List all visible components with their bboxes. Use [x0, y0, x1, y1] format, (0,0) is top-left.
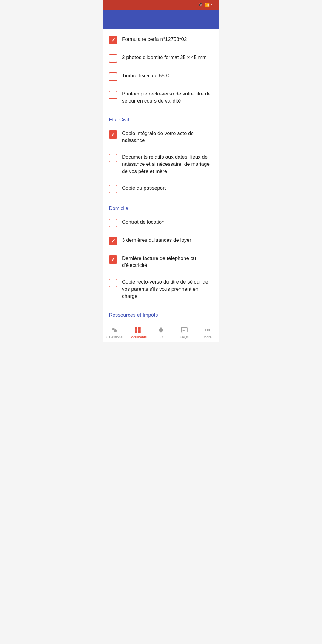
checklist-item-item4[interactable]: Photocopie recto-verso de votre titre de…: [103, 86, 219, 109]
item-label-ec3: Copie du passeport: [122, 185, 213, 192]
checklist-item-dom2[interactable]: ✓3 dernières quittances de loyer: [103, 232, 219, 250]
divider-ressources: [109, 306, 213, 306]
nav-item-faqs[interactable]: FAQs: [173, 323, 196, 342]
bottom-nav: Questions Documents JO FAQs: [103, 323, 219, 342]
more-icon: [204, 326, 211, 334]
section-header-domicile: Domicile: [103, 201, 219, 214]
signal-icon: 📶: [205, 3, 210, 7]
divider-etat-civil: [109, 111, 213, 111]
svg-rect-3: [138, 327, 141, 330]
nav-label-more: More: [203, 335, 211, 339]
item-label-dom3: Dernière facture de téléphone ou d'élect…: [122, 255, 213, 269]
checkbox-item1[interactable]: ✓: [109, 36, 117, 44]
item-label-dom4: Copie recto-verso du titre de séjour de …: [122, 278, 213, 300]
checklist-item-dom1[interactable]: Contrat de location: [103, 214, 219, 232]
item-label-ec2: Documents relatifs aux dates, lieux de n…: [122, 154, 213, 175]
checkbox-dom3[interactable]: ✓: [109, 255, 117, 264]
item-label-dom1: Contrat de location: [122, 219, 213, 226]
nav-item-documents[interactable]: Documents: [126, 323, 149, 342]
item-label-item1: Formulaire cerfa n°12753*02: [122, 36, 213, 43]
checkbox-dom2[interactable]: ✓: [109, 237, 117, 245]
status-bar: 🔇 📶: [103, 0, 219, 10]
nav-item-jo[interactable]: JO: [149, 323, 173, 342]
svg-rect-4: [135, 330, 137, 333]
checkbox-item2[interactable]: [109, 54, 117, 63]
item-label-ec1: Copie intégrale de votre acte de naissan…: [122, 130, 213, 144]
more-options-icon[interactable]: [210, 17, 214, 21]
battery-indicator: [211, 4, 214, 5]
nav-item-more[interactable]: More: [196, 323, 219, 342]
faqs-icon: [180, 326, 188, 334]
checklist-item-item1[interactable]: ✓Formulaire cerfa n°12753*02: [103, 31, 219, 49]
nav-label-jo: JO: [159, 335, 163, 339]
item-label-dom2: 3 dernières quittances de loyer: [122, 237, 213, 244]
item-label-item4: Photocopie recto-verso de votre titre de…: [122, 90, 213, 105]
checkbox-dom4[interactable]: [109, 279, 117, 287]
divider-domicile: [109, 199, 213, 199]
svg-point-1: [114, 329, 117, 332]
item-label-item3: Timbre fiscal de 55 €: [122, 72, 213, 79]
svg-rect-5: [138, 330, 141, 333]
checkbox-ec1[interactable]: ✓: [109, 130, 117, 139]
checklist-item-ec2[interactable]: Documents relatifs aux dates, lieux de n…: [103, 149, 219, 179]
svg-rect-2: [135, 327, 137, 330]
svg-rect-6: [181, 327, 187, 332]
checklist-item-ec3[interactable]: Copie du passeport: [103, 180, 219, 198]
checkbox-ec3[interactable]: [109, 185, 117, 193]
nav-label-documents: Documents: [129, 335, 147, 339]
mute-icon: 🔇: [199, 3, 203, 7]
documents-icon: [134, 326, 142, 334]
checklist-item-item3[interactable]: Timbre fiscal de 55 €: [103, 67, 219, 86]
questions-icon: [111, 326, 118, 334]
checkbox-dom1[interactable]: [109, 219, 117, 227]
checklist-item-ec1[interactable]: ✓Copie intégrale de votre acte de naissa…: [103, 125, 219, 149]
checkbox-ec2[interactable]: [109, 154, 117, 162]
svg-rect-8: [183, 329, 186, 329]
nav-item-questions[interactable]: Questions: [103, 323, 126, 342]
svg-rect-9: [183, 330, 185, 331]
item-label-item2: 2 photos d'identité format 35 x 45 mm: [122, 54, 213, 61]
checklist-item-dom3[interactable]: ✓Dernière facture de téléphone ou d'élec…: [103, 250, 219, 274]
nav-label-faqs: FAQs: [180, 335, 189, 339]
checkbox-item4[interactable]: [109, 91, 117, 99]
checkbox-item3[interactable]: [109, 72, 117, 81]
section-header-ressources: Ressources et Impôts: [103, 307, 219, 321]
checklist-item-dom4[interactable]: Copie recto-verso du titre de séjour de …: [103, 274, 219, 304]
section-header-etat-civil: Etat Civil: [103, 112, 219, 125]
status-icons: 🔇 📶: [199, 3, 214, 7]
content-area: ✓Formulaire cerfa n°12753*022 photos d'i…: [103, 29, 219, 323]
jo-icon: [157, 326, 165, 334]
nav-label-questions: Questions: [106, 335, 123, 339]
app-bar: [103, 10, 219, 29]
checklist-item-item2[interactable]: 2 photos d'identité format 35 x 45 mm: [103, 49, 219, 67]
